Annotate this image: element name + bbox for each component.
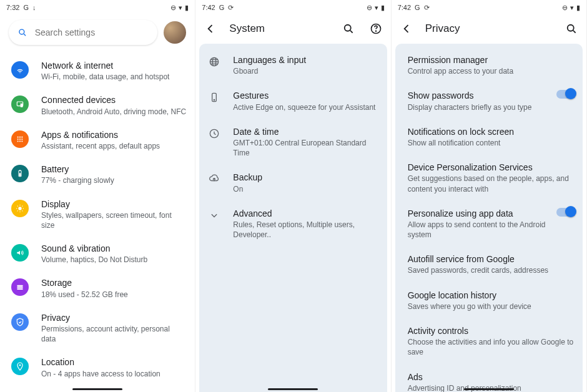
item-subtitle: Bluetooth, Android Auto, driving mode, N…: [41, 107, 186, 117]
system-list: Languages & input Gboard Gestures Active…: [199, 44, 387, 392]
nav-bar-indicator[interactable]: [72, 388, 122, 390]
item-subtitle: Wi-Fi, mobile, data usage, and hotspot: [41, 72, 186, 82]
item-title: Display: [41, 198, 186, 210]
sync-icon: ⟳: [424, 4, 430, 12]
item-subtitle: Styles, wallpapers, screen timeout, font…: [41, 210, 186, 230]
system-item[interactable]: Advanced Rules, Reset options, Multiple …: [199, 201, 387, 247]
page-title: Privacy: [425, 22, 460, 35]
item-title: Sound & vibration: [41, 243, 186, 254]
search-button[interactable]: [563, 20, 580, 37]
item-subtitle: On: [233, 184, 379, 194]
screen-privacy: 7:42 G ⟳ ⊖ ▾ ▮ Privacy Permission manage…: [392, 0, 587, 392]
settings-item[interactable]: Sound & vibration Volume, haptics, Do No…: [0, 237, 195, 271]
privacy-item[interactable]: Personalize using app data Allow apps to…: [395, 201, 583, 247]
item-title: Backup: [233, 172, 379, 183]
status-bar: 7:42 G ⟳ ⊖ ▾ ▮: [392, 0, 586, 14]
svg-point-5: [375, 31, 376, 31]
toggle-switch[interactable]: [556, 208, 575, 217]
toggle-switch[interactable]: [556, 90, 575, 99]
item-subtitle: Get suggestions based on the people, app…: [408, 174, 575, 194]
back-button[interactable]: [398, 20, 415, 37]
item-subtitle: Permissions, account activity, personal …: [41, 324, 186, 344]
item-title: Privacy: [41, 312, 186, 323]
item-title: Device Personalization Services: [408, 162, 575, 173]
nav-bar-indicator[interactable]: [464, 388, 514, 390]
item-title: Activity controls: [408, 325, 575, 336]
nav-bar-indicator[interactable]: [268, 388, 318, 390]
svg-point-6: [568, 25, 574, 31]
backup-icon: [208, 173, 220, 185]
battery-icon: ▮: [381, 4, 385, 12]
svg-line-3: [350, 31, 353, 33]
item-subtitle: Saved passwords, credit cards, addresses: [408, 265, 575, 275]
item-subtitle: 18% used - 52.52 GB free: [41, 290, 186, 300]
item-subtitle: On - 4 apps have access to location: [41, 369, 186, 379]
privacy-item[interactable]: Device Personalization Services Get sugg…: [395, 155, 583, 201]
item-subtitle: Show all notification content: [408, 138, 575, 148]
location-icon: [11, 358, 29, 375]
google-icon: G: [219, 4, 225, 11]
privacy-item[interactable]: Permission manager Control app access to…: [395, 47, 583, 83]
svg-line-1: [24, 34, 26, 36]
apps-icon: [11, 130, 29, 148]
item-subtitle: Gboard: [233, 66, 379, 76]
display-icon: [11, 200, 29, 217]
wifi-icon: [11, 61, 29, 79]
privacy-item[interactable]: Show passwords Display characters briefl…: [395, 83, 583, 119]
wifi-icon: ▾: [179, 4, 182, 12]
search-settings-field[interactable]: [9, 20, 157, 45]
privacy-list: Permission manager Control app access to…: [395, 44, 583, 392]
item-title: Network & internet: [41, 60, 186, 71]
status-time: 7:42: [398, 4, 411, 11]
status-time: 7:32: [6, 4, 19, 11]
item-title: Show passwords: [408, 90, 551, 101]
screen-system: 7:42 G ⟳ ⊖ ▾ ▮ System Languages & input: [195, 0, 391, 392]
system-item[interactable]: Languages & input Gboard: [199, 47, 387, 83]
settings-list: Network & internet Wi-Fi, mobile, data u…: [0, 50, 195, 392]
privacy-item[interactable]: Autofill service from Google Saved passw…: [395, 247, 583, 282]
item-title: Languages & input: [233, 54, 379, 66]
item-subtitle: Volume, haptics, Do Not Disturb: [41, 255, 186, 265]
privacy-item[interactable]: Activity controls Choose the activities …: [395, 318, 583, 365]
item-subtitle: Saves where you go with your device: [408, 301, 575, 311]
privacy-item[interactable]: Google location history Saves where you …: [395, 283, 583, 318]
sync-icon: ⟳: [228, 4, 234, 12]
svg-point-2: [344, 25, 350, 31]
svg-line-7: [573, 31, 576, 33]
search-button[interactable]: [340, 20, 357, 37]
dnd-icon: ⊖: [367, 4, 372, 12]
settings-item[interactable]: Display Styles, wallpapers, screen timeo…: [0, 192, 195, 237]
settings-item[interactable]: Connected devices Bluetooth, Android Aut…: [0, 88, 195, 122]
settings-item[interactable]: Storage 18% used - 52.52 GB free: [0, 271, 195, 305]
screen-settings-home: 7:32 G ↓ ⊖ ▾ ▮ Network & internet Wi-Fi,…: [0, 0, 195, 392]
system-item[interactable]: Date & time GMT+01:00 Central European S…: [199, 119, 387, 165]
settings-item[interactable]: Privacy Permissions, account activity, p…: [0, 306, 195, 351]
dnd-icon: ⊖: [562, 4, 568, 12]
help-button[interactable]: [367, 20, 385, 37]
item-title: Date & time: [233, 126, 379, 137]
item-subtitle: Allow apps to send content to the Androi…: [408, 220, 551, 240]
item-title: Google location history: [408, 290, 575, 301]
item-subtitle: Advertising ID and personalization: [408, 383, 575, 392]
item-title: Personalize using app data: [408, 208, 551, 219]
settings-item[interactable]: Apps & notifications Assistant, recent a…: [0, 123, 195, 157]
profile-avatar[interactable]: [164, 21, 186, 44]
sound-icon: [11, 244, 29, 262]
item-title: Gestures: [233, 90, 379, 101]
item-subtitle: Rules, Reset options, Multiple users, De…: [233, 220, 379, 240]
page-title: System: [229, 22, 265, 35]
devices-icon: [11, 96, 29, 113]
wifi-icon: ▾: [570, 4, 574, 12]
system-item[interactable]: Gestures Active Edge on, squeeze for you…: [199, 83, 387, 119]
battery-icon: [11, 165, 29, 182]
item-subtitle: Active Edge on, squeeze for your Assista…: [233, 102, 379, 112]
settings-item[interactable]: Location On - 4 apps have access to loca…: [0, 350, 195, 385]
privacy-item[interactable]: Notifications on lock screen Show all no…: [395, 119, 583, 155]
status-bar: 7:42 G ⟳ ⊖ ▾ ▮: [195, 0, 390, 14]
settings-item[interactable]: Network & internet Wi-Fi, mobile, data u…: [0, 54, 195, 88]
settings-item[interactable]: Battery 77% - charging slowly: [0, 157, 195, 192]
back-button[interactable]: [202, 20, 219, 37]
system-item[interactable]: Backup On: [199, 165, 387, 200]
search-input[interactable]: [35, 27, 149, 37]
item-title: Advanced: [233, 208, 379, 219]
